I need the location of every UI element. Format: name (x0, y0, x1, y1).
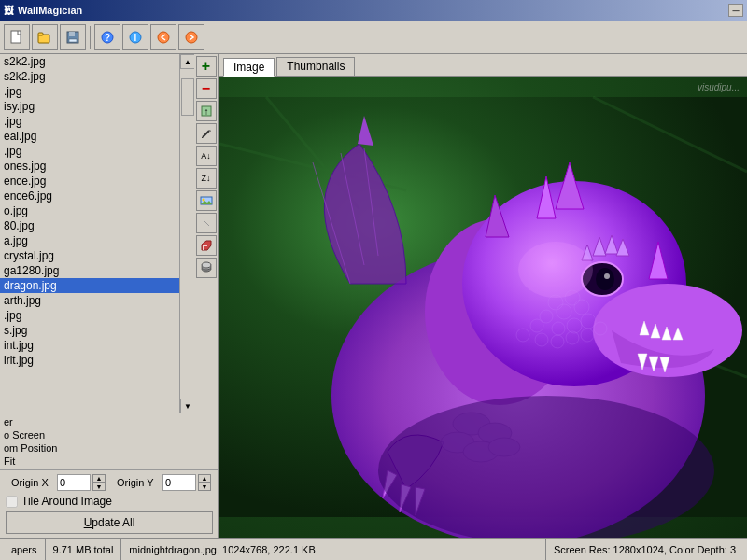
eraser-button[interactable] (196, 213, 217, 233)
titlebar-left: 🖼 WallMagician (4, 5, 82, 16)
file-list-item[interactable]: s.jpg (0, 323, 179, 338)
bottom-controls: Origin X ▲ ▼ Origin Y ▲ (0, 469, 218, 538)
origin-row: Origin X ▲ ▼ Origin Y ▲ (6, 474, 213, 491)
origin-x-up[interactable]: ▲ (92, 474, 106, 483)
pencil-button[interactable] (196, 123, 217, 144)
main-area: s2k2.jpgs2k2.jpg.jpgisy.jpg.jpgeal.jpg.j… (0, 54, 747, 538)
file-list-item[interactable]: s2k2.jpg (0, 54, 179, 69)
status-section-1: apers (4, 539, 46, 560)
tab-thumbnails[interactable]: Thumbnails (276, 57, 355, 76)
origin-y-label: Origin Y (117, 477, 159, 488)
svg-line-20 (204, 220, 209, 226)
statusbar: apers 9.71 MB total midnightdragon.jpg, … (0, 538, 747, 560)
separator1 (90, 26, 91, 49)
scroll-thumb[interactable] (181, 78, 194, 116)
update-all-button[interactable]: Update All (6, 511, 213, 534)
file-list-item[interactable]: ga1280.jpg (0, 263, 179, 278)
left-options: er o Screen om Position Fit (0, 413, 218, 469)
image-area: visudipu... (219, 77, 747, 538)
file-list-item[interactable]: .jpg (0, 144, 179, 159)
help-button[interactable]: ? (94, 24, 120, 50)
tab-image[interactable]: Image (223, 58, 275, 77)
origin-y-down[interactable]: ▼ (198, 483, 211, 491)
svg-text:?: ? (105, 33, 110, 43)
info-button[interactable]: i (122, 24, 148, 50)
tabs: Image Thumbnails (219, 54, 747, 77)
scroll-down-arrow[interactable]: ▼ (180, 399, 194, 413)
file-list-item[interactable]: isy.jpg (0, 99, 179, 114)
status-section-3: midnightdragon.jpg, 1024x768, 222.1 KB (121, 539, 546, 560)
file-list-item[interactable]: int.jpg (0, 338, 179, 353)
svg-text:↑: ↑ (204, 106, 208, 117)
status-label-2: 9.71 MB total (53, 544, 114, 555)
file-list-wrapper: s2k2.jpgs2k2.jpg.jpgisy.jpg.jpgeal.jpg.j… (0, 54, 194, 413)
file-list-item[interactable]: .jpg (0, 308, 179, 323)
file-list: s2k2.jpgs2k2.jpg.jpgisy.jpg.jpgeal.jpg.j… (0, 54, 179, 413)
file-list-item[interactable]: crystal.jpg (0, 248, 179, 263)
status-section-4: Screen Res: 1280x1024, Color Depth: 3 (546, 539, 743, 560)
left-panel: s2k2.jpgs2k2.jpg.jpgisy.jpg.jpgeal.jpg.j… (0, 54, 219, 538)
tile-checkbox[interactable] (6, 496, 18, 508)
origin-x-group: ▲ ▼ (57, 474, 106, 491)
svg-rect-5 (69, 39, 77, 42)
svg-point-24 (202, 262, 211, 268)
remove-button[interactable]: − (196, 78, 217, 99)
arrow-button[interactable] (196, 235, 217, 256)
file-list-item[interactable]: a.jpg (0, 233, 179, 248)
right-panel: Image Thumbnails (219, 54, 747, 538)
file-list-item[interactable]: eal.jpg (0, 129, 179, 144)
svg-point-11 (186, 32, 197, 43)
minimize-button[interactable]: ─ (728, 4, 743, 17)
scroll-up-arrow[interactable]: ▲ (180, 54, 194, 69)
app-title: WallMagician (18, 5, 82, 16)
svg-rect-4 (69, 32, 75, 36)
dragon-background: visudipu... (219, 77, 747, 538)
origin-y-input[interactable] (162, 474, 196, 491)
file-list-item[interactable]: dragon.jpg (0, 278, 179, 293)
origin-y-up[interactable]: ▲ (198, 474, 211, 483)
sort-az-button[interactable]: A↓ (196, 146, 217, 166)
forward-button[interactable] (178, 24, 204, 50)
sort-za-button[interactable]: Z↓ (196, 168, 217, 189)
status-label-4: Screen Res: 1280x1024, Color Depth: 3 (554, 544, 736, 555)
file-list-item[interactable]: ence6.jpg (0, 189, 179, 203)
option-er[interactable]: er (4, 415, 215, 428)
move-up-button[interactable]: ↑ (196, 101, 217, 121)
new-button[interactable] (4, 24, 30, 50)
add-button[interactable]: + (196, 56, 217, 77)
toolbar: ? i (0, 21, 747, 54)
option-screen[interactable]: o Screen (4, 428, 215, 441)
file-list-item[interactable]: .jpg (0, 114, 179, 129)
svg-rect-0 (11, 31, 21, 43)
file-list-item[interactable]: s2k2.jpg (0, 69, 179, 84)
back-button[interactable] (150, 24, 176, 50)
origin-x-down[interactable]: ▼ (92, 483, 106, 491)
scroll-track[interactable] (180, 69, 194, 399)
tile-label: Tile Around Image (21, 495, 112, 508)
svg-rect-2 (38, 33, 43, 35)
file-list-item[interactable]: ence.jpg (0, 174, 179, 189)
save-button[interactable] (60, 24, 86, 50)
file-list-item[interactable]: 80.jpg (0, 218, 179, 233)
file-list-item[interactable]: o.jpg (0, 203, 179, 218)
disk-button[interactable] (196, 258, 217, 278)
list-scrollbar[interactable]: ▲ ▼ (179, 54, 194, 413)
file-list-item[interactable]: arth.jpg (0, 293, 179, 308)
open-button[interactable] (32, 24, 58, 50)
image-preview-button[interactable] (196, 190, 217, 211)
file-list-item[interactable]: .jpg (0, 84, 179, 99)
origin-x-input[interactable] (57, 474, 91, 491)
status-label-1: apers (11, 544, 37, 555)
file-list-item[interactable]: irit.jpg (0, 353, 179, 368)
titlebar-controls: ─ (728, 4, 743, 17)
file-list-item[interactable]: ones.jpg (0, 159, 179, 174)
list-and-tools: s2k2.jpgs2k2.jpg.jpgisy.jpg.jpgeal.jpg.j… (0, 54, 218, 413)
origin-x-spin: ▲ ▼ (92, 474, 106, 491)
svg-point-80 (518, 242, 593, 298)
option-position[interactable]: om Position (4, 441, 215, 455)
option-fit[interactable]: Fit (4, 455, 215, 468)
svg-line-16 (202, 137, 203, 138)
status-section-2: 9.71 MB total (46, 539, 122, 560)
origin-y-group: ▲ ▼ (162, 474, 211, 491)
svg-line-14 (203, 131, 209, 137)
